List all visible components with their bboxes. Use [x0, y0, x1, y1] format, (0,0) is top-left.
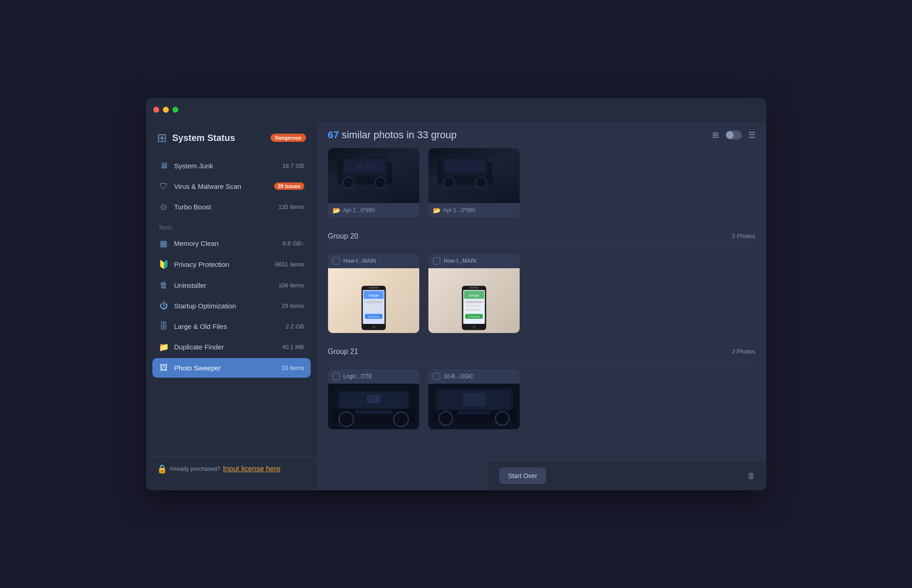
sidebar-value: 135 items	[278, 203, 304, 210]
sidebar-value: 18.7 GB	[282, 162, 304, 169]
content-scroll[interactable]: 📂 Apr 1...0*990	[317, 148, 766, 490]
photo-checkbox[interactable]	[333, 257, 340, 265]
svg-rect-19	[365, 301, 382, 303]
grid-view-icon[interactable]: ⊞	[712, 130, 719, 140]
photo-item-header: 10-B...OGIC	[428, 369, 520, 384]
startup-icon: ⏻	[159, 301, 169, 311]
svg-rect-31	[465, 305, 479, 307]
tools-label: Tools	[146, 218, 317, 234]
sidebar: ⊞ System Status Dangerous 🖥 System Junk …	[146, 122, 317, 490]
svg-text:Continue: Continue	[468, 315, 479, 318]
sidebar-item-photo-sweeper[interactable]: 🖼 Photo Sweeper 33 items	[152, 358, 311, 378]
photo-filename: Logic...OTE	[344, 373, 372, 380]
photo-item: 10-B...OGIC	[428, 369, 520, 429]
sidebar-footer: 🔒 Already purchased? Input license here	[146, 456, 317, 481]
photo-filename: How-t...MAIN	[344, 258, 376, 264]
folder-icon: 📂	[433, 207, 441, 214]
view-toggle[interactable]	[725, 130, 742, 140]
system-junk-icon: 🖥	[159, 161, 169, 171]
app-window: ⊞ System Status Dangerous 🖥 System Junk …	[146, 98, 766, 490]
group-20-section: Group 20 2 Photos How-t...MAIN	[317, 227, 766, 333]
sidebar-item-privacy[interactable]: 🔰 Privacy Protection 8651 items	[152, 255, 311, 275]
photo-thumbnail	[328, 148, 419, 203]
sidebar-item-virus-scan[interactable]: 🛡 Virus & Malware Scan 29 issues	[152, 177, 311, 196]
svg-point-24	[372, 325, 375, 328]
photo-item-header: Logic...OTE	[328, 369, 419, 384]
sidebar-label: Large & Old Files	[174, 323, 281, 330]
svg-point-4	[343, 177, 354, 188]
maximize-button[interactable]	[172, 107, 178, 113]
sidebar-title: System Status	[172, 133, 235, 143]
close-button[interactable]	[153, 107, 159, 113]
photo-thumbnail	[428, 148, 520, 203]
duplicate-icon: 📁	[159, 342, 169, 352]
sidebar-value: 40.1 MB	[282, 343, 304, 350]
virus-scan-icon: 🛡	[159, 182, 169, 191]
svg-rect-6	[355, 164, 362, 168]
title-bar	[146, 98, 766, 122]
issues-badge: 29 issues	[274, 182, 304, 190]
photo-image	[328, 384, 419, 429]
sidebar-item-startup[interactable]: ⏻ Startup Optimization 29 items	[152, 296, 311, 316]
main-layout: ⊞ System Status Dangerous 🖥 System Junk …	[146, 122, 766, 490]
sidebar-item-duplicate[interactable]: 📁 Duplicate Finder 40.1 MB	[152, 337, 311, 357]
photo-item-header: How-t...MAIN	[328, 254, 419, 268]
sidebar-label: System Junk	[174, 162, 277, 170]
photo-filename: 10-B...OGIC	[444, 373, 474, 380]
title-count: 67	[328, 129, 339, 140]
group-21-photos: Logic...OTE	[328, 369, 756, 429]
photo-card: 📂 Apr 1...0*990	[428, 148, 520, 218]
sidebar-item-uninstaller[interactable]: 🗑 Uninstaller 106 items	[152, 276, 311, 295]
sidebar-label: Privacy Protection	[174, 260, 270, 268]
photo-meta: 📂 Apr 1...0*990	[428, 203, 520, 218]
svg-point-51	[439, 411, 453, 425]
photo-meta-text: Apr 1...0*990	[343, 207, 375, 213]
sidebar-item-large-files[interactable]: 🗄 Large & Old Files 2.2 GB	[152, 317, 311, 336]
photo-checkbox[interactable]	[433, 257, 440, 265]
large-files-icon: 🗄	[159, 322, 169, 331]
trash-icon[interactable]: 🗑	[747, 471, 756, 481]
sidebar-label: Turbo Boost	[174, 203, 273, 211]
svg-rect-21	[365, 308, 380, 310]
sidebar-item-memory-clean[interactable]: ▦ Memory Clean 6.8 GB↑	[152, 234, 311, 254]
svg-point-35	[472, 325, 475, 328]
memory-clean-icon: ▦	[159, 239, 169, 249]
license-link[interactable]: Input license here	[223, 465, 281, 473]
photo-sweeper-icon: 🖼	[159, 363, 169, 373]
sidebar-main-section: 🖥 System Junk 18.7 GB 🛡 Virus & Malware …	[146, 156, 317, 218]
sidebar-value: 2.2 GB	[286, 323, 304, 330]
photo-checkbox[interactable]	[433, 373, 440, 380]
bottom-bar: Start Over 🗑	[488, 461, 766, 490]
photo-image: Google Continue	[428, 268, 520, 333]
svg-rect-7	[367, 164, 374, 168]
svg-rect-20	[365, 305, 379, 307]
footer-text: Already purchased?	[170, 466, 220, 472]
photo-checkbox[interactable]	[333, 373, 340, 380]
sidebar-label: Startup Optimization	[174, 302, 276, 310]
turbo-boost-icon: ⊙	[159, 202, 169, 212]
status-badge: Dangerous	[271, 134, 306, 142]
photo-card: 📂 Apr 1...0*990	[328, 148, 419, 218]
sidebar-tools-section: ▦ Memory Clean 6.8 GB↑ 🔰 Privacy Protect…	[146, 234, 317, 379]
svg-rect-46	[367, 395, 380, 403]
group-21-header: Group 21 2 Photos	[328, 342, 756, 362]
photo-item: How-t...MAIN Google	[328, 254, 419, 333]
uninstaller-icon: 🗑	[159, 281, 169, 290]
list-view-icon[interactable]: ☰	[748, 130, 756, 140]
group-20-count: 2 Photos	[732, 233, 755, 239]
svg-rect-25	[369, 287, 378, 288]
svg-rect-32	[465, 308, 481, 310]
sidebar-value: 106 items	[278, 282, 304, 289]
svg-point-41	[339, 412, 354, 427]
privacy-icon: 🔰	[159, 260, 169, 270]
svg-rect-30	[465, 301, 483, 303]
page-title: 67 similar photos in 33 group	[328, 129, 712, 141]
minimize-button[interactable]	[163, 107, 169, 113]
photo-item: Logic...OTE	[328, 369, 419, 429]
start-over-button[interactable]: Start Over	[499, 468, 547, 484]
traffic-lights	[153, 107, 178, 113]
sidebar-item-turbo-boost[interactable]: ⊙ Turbo Boost 135 items	[152, 197, 311, 217]
sidebar-label: Uninstaller	[174, 281, 273, 289]
content-header: 67 similar photos in 33 group ⊞ ☰	[317, 122, 766, 148]
sidebar-item-system-junk[interactable]: 🖥 System Junk 18.7 GB	[152, 156, 311, 176]
